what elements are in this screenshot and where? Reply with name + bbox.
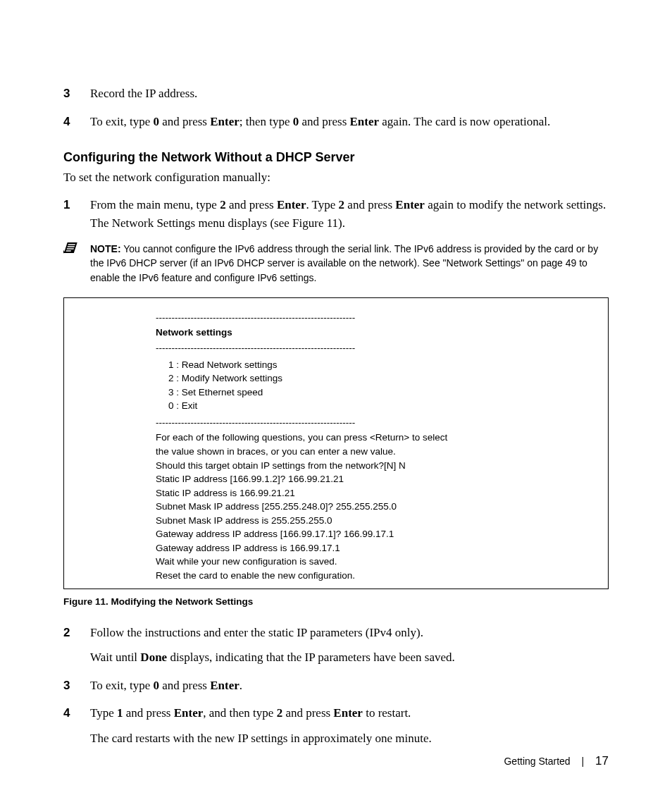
figure-line: Gateway address IP address is 166.99.17.… — [156, 541, 595, 555]
text-run: , and then type — [203, 706, 276, 720]
text-run: To exit, type — [90, 679, 153, 692]
figure-divider: ----------------------------------------… — [156, 311, 595, 325]
text-run: and press — [299, 115, 349, 128]
text-run: and press — [282, 706, 333, 720]
bold-text: Enter — [174, 706, 204, 720]
text-run: . — [239, 679, 242, 692]
bold-text: Done — [140, 651, 167, 664]
step-number: 4 — [63, 704, 90, 747]
text-run: Follow the instructions and enter the st… — [90, 626, 423, 639]
page-footer: Getting Started | 17 — [504, 754, 609, 768]
figure-line: Static IP address [166.99.1.2]? 166.99.2… — [156, 472, 595, 486]
note-content: You cannot configure the IPv6 address th… — [90, 243, 598, 283]
step-number: 4 — [63, 113, 90, 131]
step: 1From the main menu, type 2 and press En… — [63, 196, 609, 232]
figure-line: the value shown in braces, or you can en… — [156, 445, 595, 459]
note-icon — [63, 242, 90, 285]
step: 4Type 1 and press Enter, and then type 2… — [63, 704, 609, 747]
figure-line: 3 : Set Ethernet speed — [168, 386, 595, 400]
step: 3To exit, type 0 and press Enter. — [63, 677, 609, 695]
figure-output: For each of the following questions, you… — [156, 431, 595, 582]
step-paragraph: From the main menu, type 2 and press Ent… — [90, 196, 609, 232]
bold-text: Enter — [210, 679, 239, 692]
bold-text: 2 — [339, 198, 345, 211]
note-label: NOTE: — [90, 243, 121, 254]
bold-text: 0 — [153, 115, 159, 128]
figure-line: Subnet Mask IP address [255.255.248.0]? … — [156, 500, 595, 514]
intro-text: To set the network configuration manuall… — [63, 171, 609, 185]
figure-divider: ----------------------------------------… — [156, 416, 595, 430]
step: 3Record the IP address. — [63, 85, 609, 103]
text-run: and press — [226, 198, 277, 211]
step-paragraph: Follow the instructions and enter the st… — [90, 624, 609, 642]
step-paragraph: Record the IP address. — [90, 85, 609, 103]
step-number: 3 — [63, 85, 90, 103]
text-run: and press — [159, 679, 210, 692]
figure-menu: 1 : Read Network settings2 : Modify Netw… — [156, 358, 595, 413]
steps-bottom: 2Follow the instructions and enter the s… — [63, 624, 609, 748]
page-number: 17 — [595, 754, 609, 768]
step-body: Follow the instructions and enter the st… — [90, 624, 609, 667]
figure-line: Should this target obtain IP settings fr… — [156, 459, 595, 473]
figure-caption: Figure 11. Modifying the Network Setting… — [63, 596, 609, 607]
figure-line: Subnet Mask IP address is 255.255.255.0 — [156, 514, 595, 528]
bold-text: Enter — [395, 198, 425, 211]
bold-text: Enter — [210, 115, 239, 128]
text-run: to restart. — [363, 706, 411, 720]
figure-line: 1 : Read Network settings — [168, 358, 595, 372]
step-number: 2 — [63, 624, 90, 667]
bold-text: 2 — [277, 706, 283, 720]
step-paragraph: To exit, type 0 and press Enter. — [90, 677, 609, 695]
text-run: again. The card is now operational. — [379, 115, 550, 128]
text-run: Record the IP address. — [90, 87, 197, 100]
note-block: NOTE: You cannot configure the IPv6 addr… — [63, 242, 609, 285]
bold-text: 1 — [117, 706, 123, 720]
bold-text: Enter — [277, 198, 306, 211]
figure-divider: ----------------------------------------… — [156, 341, 595, 355]
step-body: Record the IP address. — [90, 85, 609, 103]
step-1: 1From the main menu, type 2 and press En… — [63, 196, 609, 232]
text-run: Wait until — [90, 651, 140, 664]
figure-line: 2 : Modify Network settings — [168, 371, 595, 386]
text-run: Type — [90, 706, 117, 720]
figure-line: For each of the following questions, you… — [156, 431, 595, 445]
step-paragraph: Wait until Done displays, indicating tha… — [90, 648, 609, 667]
figure-line: Reset the card to enable the new configu… — [156, 569, 595, 583]
step-paragraph: To exit, type 0 and press Enter; then ty… — [90, 113, 609, 131]
text-run: The card restarts with the new IP settin… — [90, 732, 432, 745]
figure-line: 0 : Exit — [168, 399, 595, 413]
step-paragraph: The card restarts with the new IP settin… — [90, 729, 609, 748]
step-paragraph: Type 1 and press Enter, and then type 2 … — [90, 704, 609, 722]
text-run: and press — [159, 115, 210, 128]
bold-text: Enter — [350, 115, 380, 128]
figure-box: ----------------------------------------… — [63, 297, 609, 589]
bold-text: 2 — [220, 198, 226, 211]
section-heading: Configuring the Network Without a DHCP S… — [63, 150, 609, 165]
bold-text: Enter — [333, 706, 363, 720]
figure-title: Network settings — [156, 326, 595, 340]
bold-text: 0 — [293, 115, 299, 128]
text-run: and press — [123, 706, 174, 720]
footer-section: Getting Started — [504, 756, 570, 767]
text-run: . Type — [306, 198, 338, 211]
page: 3Record the IP address.4To exit, type 0 … — [0, 0, 672, 807]
footer-separator: | — [582, 756, 585, 767]
steps-top: 3Record the IP address.4To exit, type 0 … — [63, 85, 609, 130]
text-run: To exit, type — [90, 115, 153, 128]
step-body: To exit, type 0 and press Enter. — [90, 677, 609, 695]
figure-line: Wait while your new configuration is sav… — [156, 555, 595, 569]
text-run: ; then type — [239, 115, 293, 128]
svg-rect-0 — [64, 242, 77, 253]
step: 4To exit, type 0 and press Enter; then t… — [63, 113, 609, 131]
text-run: displays, indicating that the IP paramet… — [167, 651, 455, 664]
text-run: From the main menu, type — [90, 198, 220, 211]
step-body: Type 1 and press Enter, and then type 2 … — [90, 704, 609, 747]
bold-text: 0 — [153, 679, 159, 692]
step-number: 3 — [63, 677, 90, 695]
step-body: From the main menu, type 2 and press Ent… — [90, 196, 609, 232]
step-body: To exit, type 0 and press Enter; then ty… — [90, 113, 609, 131]
note-text: NOTE: You cannot configure the IPv6 addr… — [90, 242, 609, 285]
figure-line: Static IP address is 166.99.21.21 — [156, 486, 595, 500]
step-number: 1 — [63, 196, 90, 232]
step: 2Follow the instructions and enter the s… — [63, 624, 609, 667]
